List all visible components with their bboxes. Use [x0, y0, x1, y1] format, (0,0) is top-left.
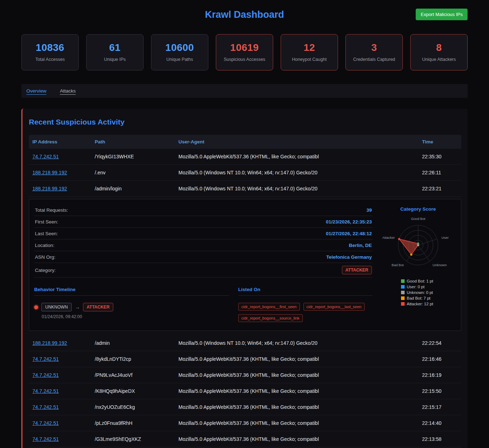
user-agent-cell: Mozilla/5.0 AppleWebKit/537.36 (KHTML, l…	[175, 367, 418, 383]
column-header-time: Time	[418, 135, 461, 149]
ip-cell: 74.7.242.51	[29, 399, 91, 415]
listed-on-badge[interactable]: cidr_report_bogons__source_link	[238, 314, 303, 322]
stat-card: 10836Total Accesses	[21, 34, 79, 70]
timeline-dot-icon	[34, 305, 38, 309]
page-title: Krawl Dashboard	[21, 9, 468, 20]
time-cell: 22:15:17	[418, 399, 461, 415]
time-cell: 22:15:50	[418, 383, 461, 399]
ip-address-link[interactable]: 74.7.242.51	[32, 388, 59, 394]
path-cell: /admin/login	[91, 181, 175, 196]
table-rows-after-detail: 188.218.99.192/adminMozilla/5.0 (Windows…	[29, 335, 461, 447]
table-row[interactable]: 74.7.242.51/PN9LvAcJ4uoVfMozilla/5.0 App…	[29, 367, 461, 383]
panel-title: Recent Suspicious Activity	[29, 118, 461, 126]
dashboard-page: Krawl Dashboard Export Malicious IPs 108…	[0, 0, 489, 448]
ip-address-link[interactable]: 188.218.99.192	[32, 170, 67, 175]
ip-address-link[interactable]: 74.7.242.51	[32, 436, 59, 442]
stat-value: 10619	[219, 42, 270, 53]
path-cell: /G3Lme9ShEQgXKZ	[91, 431, 175, 447]
stat-card: 10600Unique Paths	[151, 34, 208, 70]
field-label: ASN Org:	[35, 254, 56, 260]
table-row[interactable]: 188.218.99.192/admin/loginMozilla/5.0 (W…	[29, 181, 461, 197]
listed-on-title: Listed On	[238, 287, 373, 296]
ip-cell: 74.7.242.51	[29, 383, 91, 399]
stat-label: Unique IPs	[89, 57, 140, 62]
table-row[interactable]: 74.7.242.51/nx2yUOZuE6CkgMozilla/5.0 App…	[29, 399, 461, 415]
stat-value: 3	[349, 42, 400, 53]
legend-item: User: 0 pt	[401, 285, 456, 289]
stat-card: 12Honeypot Caught	[281, 34, 338, 70]
ip-address-link[interactable]: 74.7.242.51	[32, 420, 59, 426]
user-agent-cell: Mozilla/5.0 (Windows NT 10.0; Win64; x64…	[175, 335, 418, 351]
ip-cell: 188.218.99.192	[29, 165, 91, 180]
stat-label: Honeypot Caught	[284, 57, 335, 62]
tab-bar: Overview Attacks	[21, 84, 468, 98]
detail-field: Location:Berlin, DE	[34, 239, 373, 251]
path-cell: /nx2yUOZuE6Ckg	[91, 399, 175, 415]
ip-cell: 74.7.242.51	[29, 149, 91, 164]
radar-legend: Good Bot: 1 ptUser: 0 ptUnknown: 0 ptBad…	[401, 279, 456, 306]
stat-card: 10619Suspicious Accesses	[216, 34, 273, 70]
stat-label: Credentials Captured	[349, 57, 400, 62]
user-agent-cell: Mozilla/5.0 AppleWebKit/537.36 (KHTML, l…	[175, 351, 418, 367]
legend-swatch	[401, 279, 405, 283]
table-rows-before-detail: 74.7.242.51/YiqykGI13WHXEMozilla/5.0 App…	[29, 149, 461, 197]
listed-on-section: Listed On cidr_report_bogons__first_seen…	[238, 287, 373, 322]
time-cell: 22:13:58	[418, 431, 461, 447]
tab-attacks[interactable]: Attacks	[60, 88, 76, 94]
ip-cell: 74.7.242.51	[29, 351, 91, 367]
listed-on-badge[interactable]: cidr_report_bogons__first_seen	[238, 303, 300, 311]
stat-label: Total Accesses	[25, 57, 76, 62]
table-row[interactable]: 188.218.99.192/.envMozilla/5.0 (Windows …	[29, 165, 461, 181]
legend-label: Unknown: 0 pt	[407, 290, 433, 295]
field-value: 39	[366, 207, 372, 213]
ip-cell: 74.7.242.51	[29, 367, 91, 383]
field-label: Total Requests:	[35, 207, 68, 213]
detail-field: First Seen:01/23/2026, 22:35:23	[34, 216, 373, 228]
svg-text:Attacker: Attacker	[383, 236, 395, 239]
export-malicious-ips-button[interactable]: Export Malicious IPs	[416, 9, 468, 20]
field-value: Telefonica Germany	[326, 254, 372, 260]
stat-card: 3Credentials Captured	[345, 34, 403, 70]
time-cell: 22:16:19	[418, 367, 461, 383]
table-row[interactable]: 74.7.242.51/YiqykGI13WHXEMozilla/5.0 App…	[29, 149, 461, 165]
timeline-to-badge: ATTACKER	[83, 303, 113, 311]
path-cell: /YiqykGI13WHXE	[91, 149, 175, 164]
path-cell: /pLz0Fnua9fRhH	[91, 415, 175, 431]
table-row[interactable]: 74.7.242.51/G3Lme9ShEQgXKZMozilla/5.0 Ap…	[29, 431, 461, 447]
stat-card: 8Unique Attackers	[410, 34, 468, 70]
stat-value: 10600	[154, 42, 205, 53]
legend-item: Good Bot: 1 pt	[401, 279, 456, 283]
ip-detail-info: Total Requests:39First Seen:01/23/2026, …	[34, 204, 380, 322]
stat-label: Unique Attackers	[413, 57, 464, 62]
tab-overview[interactable]: Overview	[26, 88, 46, 94]
table-row[interactable]: 74.7.242.51/K8HQq9hAipeDXMozilla/5.0 App…	[29, 383, 461, 399]
table-row[interactable]: 74.7.242.51/8ykdLnDYTi2cpMozilla/5.0 App…	[29, 351, 461, 367]
time-cell: 22:26:11	[418, 165, 461, 180]
user-agent-cell: Mozilla/5.0 (Windows NT 10.0; Win64; x64…	[175, 181, 418, 196]
legend-label: Attacker: 12 pt	[407, 302, 433, 306]
table-row[interactable]: 74.7.242.51/pLz0Fnua9fRhHMozilla/5.0 App…	[29, 415, 461, 431]
ip-address-link[interactable]: 74.7.242.51	[32, 154, 59, 159]
detail-field: ASN Org:Telefonica Germany	[34, 251, 373, 263]
time-cell: 22:16:46	[418, 351, 461, 367]
column-header-ip: IP Address	[29, 135, 91, 149]
listed-on-badge[interactable]: cidr_report_bogons__last_seen	[303, 303, 365, 311]
svg-text:Bad Bot: Bad Bot	[392, 263, 404, 267]
category-score-radar-chart: Good BotUserUnknownBad BotAttacker	[380, 212, 456, 275]
ip-address-link[interactable]: 74.7.242.51	[32, 356, 59, 362]
path-cell: /admin	[91, 335, 175, 351]
ip-address-link[interactable]: 74.7.242.51	[32, 404, 59, 410]
ip-address-link[interactable]: 188.218.99.192	[32, 186, 67, 191]
ip-address-link[interactable]: 188.218.99.192	[32, 340, 67, 346]
path-cell: /K8HQq9hAipeDX	[91, 383, 175, 399]
timeline-event: UNKNOWN → ATTACKER	[34, 303, 229, 311]
stat-value: 61	[89, 42, 140, 53]
legend-label: Good Bot: 1 pt	[407, 279, 433, 283]
time-cell: 22:14:40	[418, 415, 461, 431]
detail-field: Last Seen:01/27/2026, 22:48:12	[34, 228, 373, 239]
table-row[interactable]: 188.218.99.192/adminMozilla/5.0 (Windows…	[29, 335, 461, 351]
detail-fields: Total Requests:39First Seen:01/23/2026, …	[34, 204, 373, 263]
ip-address-link[interactable]: 74.7.242.51	[32, 372, 59, 378]
path-cell: /.env	[91, 165, 175, 180]
stat-value: 8	[413, 42, 464, 53]
